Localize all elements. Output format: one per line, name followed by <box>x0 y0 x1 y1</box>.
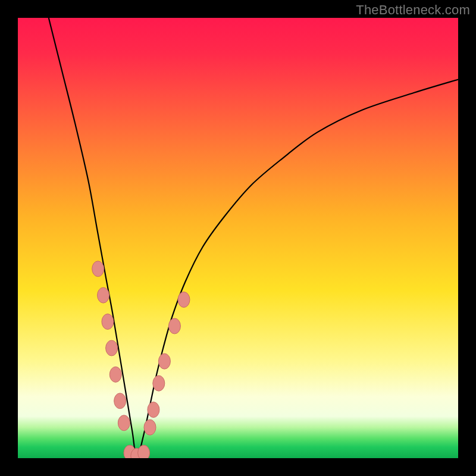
data-marker <box>92 261 104 277</box>
data-marker <box>168 318 180 334</box>
data-marker <box>106 340 118 356</box>
data-marker <box>102 314 114 330</box>
bottleneck-chart <box>18 18 458 458</box>
gradient-background <box>18 18 458 458</box>
data-marker <box>118 415 130 431</box>
data-marker <box>148 402 159 418</box>
data-marker <box>114 393 126 409</box>
outer-frame: TheBottleneck.com <box>0 0 476 476</box>
data-marker <box>144 419 156 435</box>
data-marker <box>158 353 170 369</box>
data-marker <box>98 287 109 303</box>
data-marker <box>178 292 190 308</box>
plot-area <box>18 18 458 458</box>
data-marker <box>153 375 165 391</box>
watermark-text: TheBottleneck.com <box>356 2 470 18</box>
data-marker <box>109 367 121 382</box>
data-marker <box>138 445 150 458</box>
